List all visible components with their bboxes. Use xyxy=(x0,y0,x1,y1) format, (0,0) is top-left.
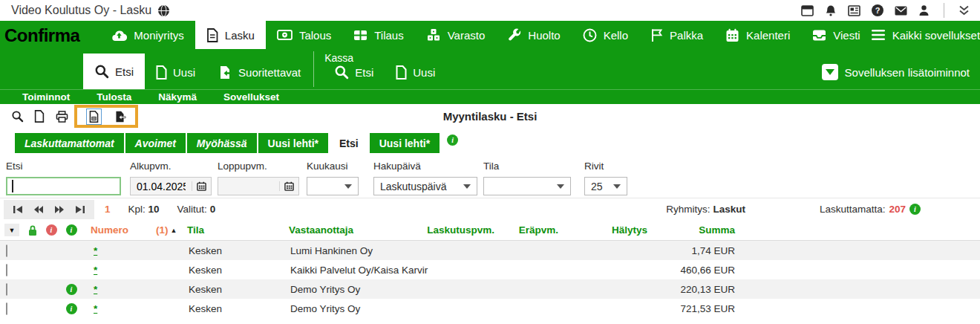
filter-etsi: Etsi xyxy=(6,161,121,198)
column-header-erapvm[interactable]: Eräpvm. xyxy=(494,224,558,236)
nav-item-kello[interactable]: Kello xyxy=(572,21,639,49)
subnav-lasku-uusi-button[interactable]: Uusi xyxy=(145,57,206,87)
column-header-numero[interactable]: Numero xyxy=(82,224,156,236)
nav-item-huolto[interactable]: Huolto xyxy=(496,21,571,49)
mail-icon[interactable] xyxy=(895,6,907,16)
search-date-select[interactable]: Laskutuspäivä xyxy=(373,177,477,195)
nav-item-kalenteri[interactable]: Kalenteri xyxy=(714,21,801,49)
row-info-icon[interactable] xyxy=(66,284,77,295)
new-document-tool-icon[interactable] xyxy=(28,110,50,123)
sort-ascending-icon xyxy=(171,227,177,234)
rows-per-page-select[interactable]: 25 xyxy=(584,177,627,195)
news-journal-icon[interactable] xyxy=(848,5,860,16)
tab-uusi-lehti-1[interactable]: Uusi lehti* xyxy=(258,133,328,153)
column-sort-indicator[interactable]: (1) xyxy=(156,224,187,236)
collapse-double-chevron-icon[interactable] xyxy=(958,5,970,16)
row-status: Kesken xyxy=(187,284,289,295)
tabs-info-icon[interactable] xyxy=(447,135,458,146)
all-apps-button[interactable]: Kaikki sovellukset ja rekisterit xyxy=(872,21,980,49)
next-page-button[interactable] xyxy=(49,201,70,218)
select-all-dropdown[interactable] xyxy=(4,224,19,236)
invoice-number-link[interactable]: * xyxy=(82,265,156,276)
notifications-bell-icon[interactable] xyxy=(825,4,837,17)
invoice-table: Numero (1) Tila Vastaanottaja Laskutuspv… xyxy=(0,220,980,318)
menu-toiminnot[interactable]: Toiminnot xyxy=(22,91,70,103)
end-date-input[interactable] xyxy=(218,181,279,192)
document-transfer-tool-icon[interactable] xyxy=(114,111,126,123)
hamburger-menu-icon xyxy=(872,30,885,40)
row-info-icon[interactable] xyxy=(66,303,77,314)
search-text-input[interactable] xyxy=(6,177,121,195)
subnav-button-label: Etsi xyxy=(115,65,134,78)
subnav-kassa-uusi-button[interactable]: Uusi xyxy=(385,57,446,87)
subnav-group-kassa: Kassa Etsi Uusi xyxy=(316,49,446,89)
grouping-info: Ryhmitys: Laskut xyxy=(666,204,745,215)
nav-item-varasto[interactable]: Varasto xyxy=(415,21,497,49)
filter-tila: Tila xyxy=(483,161,571,198)
tab-myohassa[interactable]: Myöhässä xyxy=(187,133,257,153)
status-select[interactable] xyxy=(483,177,571,195)
row-checkbox[interactable] xyxy=(6,302,7,315)
column-header-tila[interactable]: Tila xyxy=(187,224,289,236)
subnav-button-label: Uusi xyxy=(173,66,195,79)
unbilled-info-icon[interactable] xyxy=(909,204,921,215)
nav-item-moniyritys[interactable]: Moniyritys xyxy=(100,21,195,49)
tab-uusi-lehti-2[interactable]: Uusi lehti* xyxy=(370,133,440,153)
row-checkbox[interactable] xyxy=(6,283,7,296)
menu-sovellukset[interactable]: Sovellukset xyxy=(223,91,279,103)
help-icon[interactable] xyxy=(872,4,883,16)
search-tool-icon[interactable] xyxy=(6,110,28,123)
search-icon xyxy=(334,65,349,80)
column-header-summa[interactable]: Summa xyxy=(647,224,735,236)
chevron-down-icon xyxy=(463,184,471,189)
window-title: Video Koulutus Oy - Lasku xyxy=(11,4,151,17)
report-document-tool-icon[interactable] xyxy=(86,108,102,125)
nav-item-tilaus[interactable]: Tilaus xyxy=(342,21,414,49)
last-page-button[interactable] xyxy=(70,201,91,218)
invoice-document-icon xyxy=(206,28,218,42)
filter-label: Kuukausi xyxy=(307,161,359,172)
cloud-upload-icon xyxy=(111,29,127,42)
column-header-laskutuspvm[interactable]: Laskutuspvm. xyxy=(426,224,494,236)
current-page-number[interactable]: 1 xyxy=(105,204,111,215)
window-layout-icon[interactable] xyxy=(801,5,814,16)
calendar-picker-icon[interactable] xyxy=(279,181,298,191)
calendar-picker-icon[interactable] xyxy=(192,181,211,191)
nav-item-viesti[interactable]: Viesti xyxy=(801,21,871,49)
nav-item-talous[interactable]: Talous xyxy=(266,21,342,49)
menu-nakyma[interactable]: Näkymä xyxy=(158,91,197,103)
print-tool-icon[interactable] xyxy=(50,111,73,123)
menu-tulosta[interactable]: Tulosta xyxy=(97,91,131,103)
nav-item-lasku[interactable]: Lasku xyxy=(195,21,266,49)
window-titlebar: Video Koulutus Oy - Lasku xyxy=(0,0,980,21)
tab-avoimet[interactable]: Avoimet xyxy=(125,133,186,153)
invoice-number-link[interactable]: * xyxy=(82,245,156,256)
app-extra-functions-button[interactable]: Sovelluksen lisätoiminnot xyxy=(822,64,980,80)
month-select[interactable] xyxy=(307,177,359,195)
subnav-lasku-suoritettavat-button[interactable]: Suoritettavat xyxy=(206,57,312,87)
table-row: * Kesken Demo Yritys Oy 721,53 EUR xyxy=(0,299,980,318)
calendar-icon xyxy=(725,28,739,42)
invoice-number-link[interactable]: * xyxy=(82,303,156,314)
user-icon[interactable] xyxy=(918,4,930,16)
column-header-halytys[interactable]: Hälytys xyxy=(558,224,647,236)
previous-page-button[interactable] xyxy=(28,201,49,218)
tab-laskuttamattomat[interactable]: Laskuttamattomat xyxy=(15,133,124,153)
record-count-value: 10 xyxy=(148,204,160,215)
filter-rivit: Rivit 25 xyxy=(584,161,627,198)
filter-label: Alkupvm. xyxy=(130,161,212,172)
column-header-vastaanottaja[interactable]: Vastaanottaja xyxy=(289,224,426,236)
table-row: * Kesken Demo Yritys Oy 220,13 EUR xyxy=(0,279,980,299)
first-page-button[interactable] xyxy=(7,201,28,218)
all-apps-label: Kaikki sovellukset ja rekisterit xyxy=(892,29,980,42)
row-checkbox[interactable] xyxy=(6,244,7,257)
globe-icon xyxy=(157,4,170,17)
start-date-input[interactable] xyxy=(131,181,192,192)
row-recipient: Lumi Hankinen Oy xyxy=(289,245,426,256)
invoice-number-link[interactable]: * xyxy=(82,284,156,295)
nav-item-palkka[interactable]: Palkka xyxy=(639,21,714,49)
alert-column-icon xyxy=(46,224,57,236)
row-checkbox[interactable] xyxy=(6,264,7,276)
pagination-right: Ryhmitys: Laskut Laskuttamatta: 207 xyxy=(666,204,980,215)
tab-etsi[interactable]: Etsi xyxy=(330,133,368,153)
